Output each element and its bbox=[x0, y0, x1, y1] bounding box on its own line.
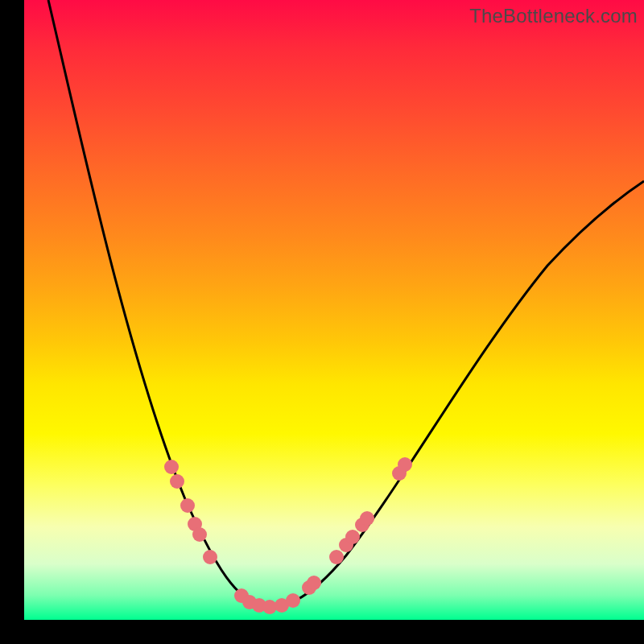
plot-area: TheBottleneck.com bbox=[24, 0, 644, 620]
chart-frame: TheBottleneck.com bbox=[24, 0, 644, 620]
chart-svg bbox=[24, 0, 644, 620]
data-marker bbox=[192, 527, 207, 542]
data-marker bbox=[286, 593, 300, 608]
data-marker bbox=[345, 530, 360, 544]
data-marker bbox=[164, 460, 179, 474]
data-marker bbox=[203, 550, 217, 564]
data-marker bbox=[180, 498, 195, 513]
data-marker bbox=[170, 474, 184, 489]
data-marker bbox=[360, 511, 374, 526]
marker-group bbox=[164, 457, 412, 614]
bottleneck-curve bbox=[48, 0, 644, 606]
data-marker bbox=[329, 550, 344, 564]
data-marker bbox=[398, 457, 412, 472]
data-marker bbox=[307, 576, 321, 590]
